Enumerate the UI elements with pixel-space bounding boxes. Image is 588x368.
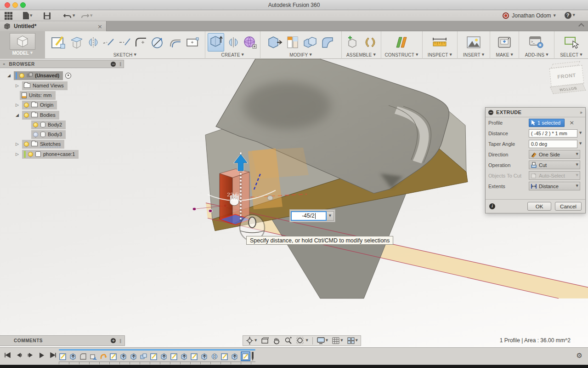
- document-tab[interactable]: Untitled* ×: [0, 21, 107, 31]
- scripts-addins-icon[interactable]: >_: [529, 36, 544, 49]
- timeline-op-sketch[interactable]: [59, 352, 67, 360]
- sketch-point[interactable]: [192, 207, 196, 211]
- visibility-bulb-icon[interactable]: [19, 73, 24, 78]
- direction-select[interactable]: One Side ▼: [529, 150, 580, 159]
- dialog-pin-icon[interactable]: »: [580, 110, 582, 115]
- panel-grip[interactable]: ||: [119, 62, 121, 66]
- sketch-circle-icon[interactable]: [151, 35, 165, 49]
- collapse-panel-icon[interactable]: «: [3, 62, 6, 66]
- play-button[interactable]: [38, 351, 45, 359]
- dialog-header[interactable]: − EXTRUDE »: [486, 108, 585, 117]
- chevron-down-icon[interactable]: ▼: [579, 142, 582, 145]
- edit-face-icon[interactable]: [286, 35, 300, 49]
- timeline-op-extrude[interactable]: [119, 352, 127, 360]
- file-menu-button[interactable]: ▼: [23, 12, 32, 20]
- help-menu[interactable]: ? ▼: [565, 12, 575, 19]
- activate-component-radio[interactable]: [65, 73, 71, 79]
- operation-select[interactable]: Cut ▼: [529, 161, 580, 169]
- profile-selection-button[interactable]: 1 selected: [529, 119, 565, 127]
- visibility-bulb-off-icon[interactable]: [33, 132, 38, 137]
- distance-hud-input[interactable]: -45/2: [291, 211, 327, 221]
- redo-button[interactable]: ▼: [81, 12, 92, 20]
- timeline-op-sketch-current[interactable]: [241, 351, 250, 361]
- sketch-line-dashed-icon[interactable]: [119, 37, 131, 48]
- ribbon-group-label[interactable]: ASSEMBLE▼: [346, 52, 376, 59]
- ribbon-group-label[interactable]: SKETCH▼: [113, 52, 136, 59]
- collapse-ribbon-icon[interactable]: [578, 23, 584, 29]
- press-pull-icon[interactable]: [267, 35, 283, 49]
- browser-item-body2[interactable]: Body2: [31, 120, 66, 129]
- distance-hud-input-group[interactable]: -45/2 ▼: [289, 209, 335, 222]
- browser-item-named-views[interactable]: ▷ Named Views: [15, 81, 68, 90]
- ribbon-group-label[interactable]: MAKE▼: [496, 52, 513, 59]
- measure-icon[interactable]: [431, 36, 448, 48]
- taper-angle-input[interactable]: 0.0 deg: [529, 140, 577, 148]
- tri-collapsed-icon[interactable]: ▷: [15, 103, 20, 107]
- info-icon[interactable]: i: [489, 203, 495, 209]
- timeline-strip[interactable]: [59, 349, 255, 364]
- combine-icon[interactable]: [303, 35, 317, 49]
- visibility-bulb-icon[interactable]: [33, 122, 38, 127]
- timeline-op-sketch[interactable]: [109, 352, 117, 360]
- tri-expanded-icon[interactable]: ◢: [6, 73, 11, 78]
- clear-selection-icon[interactable]: ×: [569, 119, 574, 126]
- visibility-bulb-icon[interactable]: [24, 103, 29, 108]
- step-forward-button[interactable]: [27, 351, 34, 359]
- timeline-op-component[interactable]: [89, 352, 97, 360]
- timeline-op-extrude[interactable]: [200, 352, 208, 360]
- undo-button[interactable]: ▼: [63, 12, 75, 20]
- create-sketch-icon[interactable]: [51, 35, 66, 50]
- ribbon-group-label[interactable]: MODIFY▼: [289, 52, 312, 59]
- cancel-button[interactable]: Cancel: [555, 202, 582, 211]
- print-3d-icon[interactable]: [497, 36, 512, 49]
- visibility-bulb-icon[interactable]: [28, 152, 33, 157]
- extrude-dialog[interactable]: − EXTRUDE » Profile 1 selected × Distanc…: [485, 107, 586, 213]
- user-account-menu[interactable]: Jonathan Odom ▼: [512, 12, 556, 19]
- timeline-op-sketch[interactable]: [150, 352, 158, 360]
- sketch-fillet-icon[interactable]: [135, 36, 147, 48]
- tri-collapsed-icon[interactable]: ▷: [15, 152, 20, 156]
- viewcube[interactable]: FRONT BOTTOM: [549, 61, 585, 95]
- insert-image-icon[interactable]: [466, 36, 481, 49]
- ribbon-group-label[interactable]: SELECT▼: [560, 52, 582, 59]
- sketch-offset-icon[interactable]: [169, 36, 182, 48]
- revolve-icon[interactable]: [227, 36, 239, 49]
- ribbon-group-label[interactable]: ADD-INS▼: [525, 52, 548, 59]
- tri-expanded-icon[interactable]: ◢: [15, 113, 20, 117]
- grid-settings-button[interactable]: ▼: [332, 337, 343, 344]
- workspace-button[interactable]: [10, 33, 35, 50]
- dialog-collapse-icon[interactable]: −: [488, 110, 493, 115]
- distance-hud-dropdown[interactable]: ▼: [327, 211, 334, 221]
- fit-button[interactable]: ▼: [296, 337, 308, 345]
- pan-button[interactable]: [273, 337, 280, 345]
- visibility-bulb-icon[interactable]: [24, 113, 29, 118]
- look-at-button[interactable]: [261, 337, 269, 344]
- select-icon[interactable]: [564, 35, 579, 49]
- sketch-line-icon[interactable]: [102, 37, 115, 48]
- record-button[interactable]: [503, 12, 509, 19]
- ribbon-group-label[interactable]: INSERT▼: [463, 52, 484, 59]
- viewports-button[interactable]: ▼: [347, 337, 358, 344]
- browser-item-root[interactable]: ◢ (Unsaved): [6, 71, 71, 80]
- visibility-bulb-icon[interactable]: [24, 142, 29, 147]
- create-form-icon[interactable]: [243, 35, 257, 49]
- browser-item-bodies[interactable]: ◢ Bodies: [15, 110, 59, 120]
- new-component-icon[interactable]: [346, 35, 361, 49]
- panel-display-toggle-icon[interactable]: −: [111, 62, 116, 67]
- timeline-op-extrude[interactable]: [180, 352, 188, 360]
- timeline-op-extrude[interactable]: [160, 352, 168, 360]
- browser-item-origin[interactable]: ▷ Origin: [15, 100, 57, 109]
- browser-item-units[interactable]: Units: mm: [20, 91, 56, 100]
- tri-collapsed-icon[interactable]: ▷: [15, 142, 20, 146]
- zoom-button[interactable]: [284, 337, 292, 345]
- browser-header[interactable]: « BROWSER − ||: [0, 60, 124, 68]
- chevron-down-icon[interactable]: ▼: [579, 132, 582, 135]
- ribbon-group-label[interactable]: INSPECT▼: [428, 52, 452, 59]
- display-settings-button[interactable]: ▼: [317, 337, 328, 344]
- timeline-playhead[interactable]: [252, 352, 254, 361]
- browser-item-phone-case[interactable]: ▷ phone+case:1: [15, 150, 79, 159]
- panel-grip[interactable]: ||: [119, 339, 121, 343]
- timeline-op-mirror[interactable]: [210, 352, 218, 360]
- step-back-button[interactable]: [15, 351, 23, 359]
- browser-item-body3[interactable]: Body3: [31, 130, 66, 139]
